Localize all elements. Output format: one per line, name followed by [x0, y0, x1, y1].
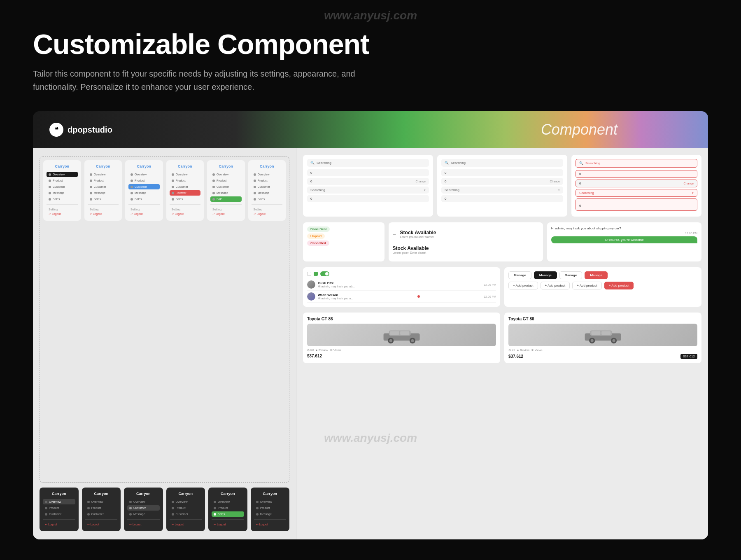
search-field-1[interactable]: 🔍 Searching — [307, 159, 429, 167]
select-arrow-2: ▾ — [558, 189, 560, 192]
logo-text: dpopstudio — [68, 125, 112, 135]
status-badges-card: Done Deal Unpaid Cancelled — [303, 222, 384, 261]
product-price-1: $37.612 — [307, 354, 322, 358]
number-row-4[interactable]: 0 — [441, 195, 563, 202]
stock-item-1: ← Stock Available Lorem ipsum Dolor siam… — [393, 226, 539, 242]
sidebar-item-overview-1[interactable]: Overview — [47, 172, 78, 177]
sidebar-item-customer-2[interactable]: Customer — [88, 184, 119, 189]
sidebar-item-sales-4[interactable]: Sales — [170, 196, 201, 202]
sidebar-item-product-5[interactable]: Product — [210, 178, 242, 183]
number-row-2[interactable]: 0 — [307, 195, 429, 202]
number-row-5[interactable]: 0 — [576, 170, 697, 178]
showcase-container: ❝ dpopstudio Component Carryon Overview — [33, 111, 708, 539]
sidebar-item-message-1[interactable]: Message — [47, 190, 78, 196]
user-info-1: Gusti Bfre Hi admin, may i ask you ab... — [318, 281, 355, 288]
chat-question: Hi admin, may i ask you about shipping m… — [551, 226, 697, 230]
badge-list: Done Deal Unpaid Cancelled — [307, 226, 380, 246]
change-btn-3[interactable]: Change — [683, 182, 694, 185]
number-row-3[interactable]: 0 — [441, 169, 563, 176]
sidebar-item-customer-5[interactable]: Customer — [210, 184, 242, 189]
sidebar-item-customer-3[interactable]: Customer — [128, 184, 160, 189]
sidebar-item-overview-2[interactable]: Overview — [88, 172, 119, 177]
input-group-2: 🔍 Searching 0 0 Change Searching ▾ — [437, 155, 567, 217]
manage-btn-dark[interactable]: Manage — [534, 271, 557, 279]
sidebar-item-product-3[interactable]: Product — [128, 178, 160, 183]
change-btn-2[interactable]: Change — [550, 180, 560, 183]
select-3-error[interactable]: Searching ▾ — [576, 189, 697, 197]
sidebar-item-sales-1[interactable]: Sales — [47, 196, 78, 202]
sidebar-item-sales-3[interactable]: Sales — [128, 196, 160, 202]
sidebar-item-sales-5[interactable]: Sale — [210, 196, 242, 202]
product-meta-2: ⚙ Kit ★ Review 👁 Views — [508, 349, 697, 352]
dark-sidebar-2: Carryon Overview Product Customer ↩ Logo… — [82, 488, 121, 531]
add-product-btn-2[interactable]: + Add product — [541, 282, 570, 289]
manage-btn-outline-2[interactable]: Manage — [559, 271, 583, 279]
number-row-change-1[interactable]: 0 Change — [307, 178, 429, 185]
sidebar-item-message-2[interactable]: Message — [88, 190, 119, 196]
change-btn-1[interactable]: Change — [415, 180, 426, 183]
badge-done: Done Deal — [307, 226, 330, 232]
add-product-btn-1[interactable]: + Add product — [508, 282, 538, 289]
sidebar-item-overview-6[interactable]: Overview — [252, 172, 283, 177]
sidebar-item-message-5[interactable]: Message — [210, 190, 242, 196]
checkbox-checked[interactable] — [314, 272, 318, 276]
manage-btn-outline[interactable]: Manage — [508, 271, 531, 279]
watermark-top: www.anyusj.com — [324, 9, 417, 22]
sidebar-item-overview-5[interactable]: Overview — [210, 172, 242, 177]
input-group-3: 🔍 Searching 0 0 Change Searching ▾ — [571, 155, 701, 217]
svg-point-13 — [612, 339, 615, 342]
sidebar-item-customer-6[interactable]: Customer — [252, 184, 283, 189]
add-product-btn-red[interactable]: + Add product — [604, 282, 634, 289]
bottom-sidebar-row: Carryon Overview Product Customer ↩ Logo… — [40, 488, 289, 531]
select-1[interactable]: Searching ▾ — [307, 187, 429, 194]
user-name-1: Gusti Bfre — [318, 281, 355, 285]
online-indicator — [417, 295, 420, 298]
logo-icon: ❝ — [49, 123, 63, 137]
sidebar-item-message-3[interactable]: Message — [128, 190, 160, 196]
sidebar-item-product-4[interactable]: Product — [170, 178, 201, 183]
sidebar-brand-5: Carryon — [210, 164, 242, 168]
checkbox-header[interactable] — [307, 272, 311, 276]
dark-sidebar-4: Carryon Overview Product Customer ↩ Logo… — [166, 488, 205, 531]
user-msg-2: Hi admin, may i ask you a... — [318, 297, 353, 300]
user-name-2: Wade Wilson — [318, 293, 353, 297]
sidebar-item-product-2[interactable]: Product — [88, 178, 119, 183]
search-field-3-error[interactable]: 🔍 Searching — [576, 159, 697, 168]
select-2[interactable]: Searching ▾ — [441, 187, 563, 194]
chat-card: Hi admin, may i ask you about shipping m… — [547, 222, 701, 261]
toggle-switch[interactable] — [320, 271, 329, 276]
sidebar-item-overview-3[interactable]: Overview — [128, 172, 160, 177]
right-panel: 🔍 Searching 0 0 Change Searching ▾ — [296, 148, 708, 539]
textarea-error[interactable]: 0 — [576, 198, 697, 211]
stock-card: ← Stock Available Lorem ipsum Dolor siam… — [389, 222, 543, 261]
sidebar-item-customer-1[interactable]: Customer — [47, 184, 78, 189]
number-row-change-3[interactable]: 0 Change — [576, 180, 697, 187]
number-row-change-2[interactable]: 0 Change — [441, 178, 563, 185]
sidebar-item-sales-2[interactable]: Sales — [88, 196, 119, 202]
add-product-btn-3[interactable]: + Add product — [572, 282, 602, 289]
sidebar-item-sales-6[interactable]: Sales — [252, 196, 283, 202]
search-icon-3: 🔍 — [579, 161, 583, 165]
user-msg-1: Hi admin, may i ask you ab... — [318, 285, 355, 288]
showcase-body: Carryon Overview Product C — [33, 148, 708, 539]
product-name-2: Toyota GT 86 — [508, 317, 697, 321]
status-section: Done Deal Unpaid Cancelled ← Stock Avail… — [303, 222, 701, 261]
sidebar-item-recover-4[interactable]: Recover — [170, 190, 201, 196]
svg-point-11 — [591, 339, 594, 342]
product-name-1: Toyota GT 86 — [307, 317, 496, 321]
page-subtitle: Tailor this component to fit your specif… — [33, 67, 362, 93]
svg-point-3 — [389, 339, 392, 342]
sidebar-item-overview-4[interactable]: Overview — [170, 172, 201, 177]
search-field-2[interactable]: 🔍 Searching — [441, 159, 563, 167]
product-image-2 — [508, 324, 697, 346]
stock-title-2: Stock Available — [393, 245, 429, 251]
manage-btn-red[interactable]: Manage — [585, 271, 608, 279]
svg-rect-7 — [400, 331, 409, 335]
back-arrow-icon-1[interactable]: ← — [393, 232, 397, 236]
sidebar-item-customer-4[interactable]: Customer — [170, 184, 201, 189]
banner-component-label: Component — [541, 121, 618, 138]
number-row-1[interactable]: 0 — [307, 169, 429, 176]
sidebar-item-product-1[interactable]: Product — [47, 178, 78, 183]
sidebar-item-product-6[interactable]: Product — [252, 178, 283, 183]
sidebar-item-message-6[interactable]: Message — [252, 190, 283, 196]
